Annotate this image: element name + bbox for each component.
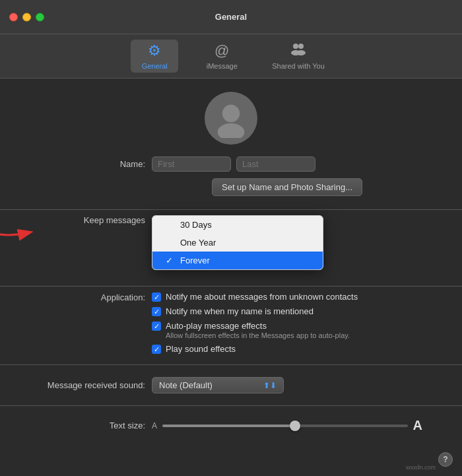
textsize-label: Text size:	[40, 421, 145, 430]
checkbox-unknown-row: ✓ Notify me about messages from unknown …	[152, 292, 422, 302]
checkbox-autoplay-label: Auto-play message effects	[166, 321, 267, 331]
keep-messages-label: Keep messages	[40, 215, 145, 225]
option-1year[interactable]: One Year	[152, 234, 323, 252]
small-a-label: A	[152, 421, 157, 430]
option-30days[interactable]: 30 Days	[152, 216, 323, 234]
slider-track[interactable]	[162, 425, 408, 427]
tab-shared[interactable]: Shared with You	[265, 38, 331, 73]
tab-general-label: General	[142, 62, 168, 70]
help-button[interactable]: ?	[438, 452, 453, 467]
svg-point-1	[298, 44, 304, 49]
sound-select[interactable]: Note (Default) ⬆⬇	[152, 377, 284, 393]
divider-3	[0, 364, 462, 365]
checkbox-sound-row: ✓ Play sound effects	[152, 344, 422, 354]
sound-row: Message received sound: Note (Default) ⬆…	[40, 377, 422, 393]
maximize-button[interactable]	[36, 13, 44, 21]
tab-imessage-label: iMessage	[207, 62, 238, 70]
minimize-button[interactable]	[22, 13, 31, 21]
at-icon: @	[214, 42, 229, 59]
svg-point-4	[222, 105, 240, 122]
tab-imessage[interactable]: @ iMessage	[198, 40, 246, 73]
keep-messages-row: Keep messages 30 Days	[40, 215, 422, 270]
application-controls: ✓ Notify me about messages from unknown …	[152, 292, 422, 354]
divider-2	[0, 286, 462, 287]
titlebar: General	[0, 0, 462, 34]
checkbox-mentioned-row: ✓ Notify me when my name is mentioned	[152, 306, 422, 316]
divider-4	[0, 405, 462, 406]
checkbox-mentioned-label: Notify me when my name is mentioned	[166, 306, 314, 316]
tab-general[interactable]: ⚙ General	[131, 40, 178, 73]
option-forever[interactable]: ✓ Forever	[152, 252, 323, 269]
slider-thumb[interactable]	[290, 421, 300, 431]
svg-point-3	[296, 50, 306, 55]
application-label: Application:	[40, 292, 145, 302]
first-name-input[interactable]	[152, 156, 231, 172]
last-name-input[interactable]	[236, 156, 315, 172]
application-section: Application: ✓ Notify me about messages …	[0, 292, 462, 359]
checkbox-unknown[interactable]: ✓	[152, 292, 161, 302]
large-a-label: A	[413, 418, 422, 433]
svg-point-5	[218, 123, 245, 138]
form-area: Name:	[0, 156, 462, 178]
tab-shared-label: Shared with You	[272, 62, 325, 70]
main-content: Name: Set up Name and Photo Sharing... K…	[0, 79, 462, 453]
name-fields	[152, 156, 315, 172]
keep-messages-dropdown[interactable]: 30 Days One Year ✓ Forever	[152, 215, 323, 270]
name-label: Name:	[40, 159, 145, 169]
checkbox-sound[interactable]: ✓	[152, 345, 161, 354]
watermark: wsxdn.com	[406, 464, 436, 471]
gear-icon: ⚙	[148, 42, 161, 59]
avatar[interactable]	[205, 92, 257, 145]
avatar-container	[205, 92, 257, 145]
checkbox-autoplay-container: ✓ Auto-play message effects Allow fullsc…	[152, 321, 422, 339]
svg-point-0	[293, 44, 298, 49]
close-button[interactable]	[9, 13, 18, 21]
setup-button[interactable]: Set up Name and Photo Sharing...	[212, 178, 362, 196]
sound-section: Message received sound: Note (Default) ⬆…	[0, 370, 462, 400]
textsize-section: Text size: A A	[0, 411, 462, 440]
checkbox-autoplay[interactable]: ✓	[152, 322, 161, 331]
checkbox-mentioned[interactable]: ✓	[152, 307, 161, 316]
divider-1	[0, 209, 462, 210]
name-row: Name:	[40, 156, 422, 172]
window-title: General	[215, 12, 247, 22]
application-row: Application: ✓ Notify me about messages …	[40, 292, 422, 354]
arrow-annotation	[0, 221, 33, 247]
sound-select-value: Note (Default)	[159, 380, 263, 390]
shared-icon	[290, 41, 306, 59]
sound-label: Message received sound:	[40, 380, 145, 390]
checkbox-autoplay-row: ✓ Auto-play message effects	[152, 321, 422, 331]
traffic-lights	[9, 13, 44, 21]
toolbar: ⚙ General @ iMessage Shared with You	[0, 34, 462, 79]
chevron-updown-icon: ⬆⬇	[263, 381, 277, 390]
slider-container: A A	[152, 418, 422, 433]
checkbox-sound-label: Play sound effects	[166, 344, 236, 354]
autoplay-subtext: Allow fullscreen effects in the Messages…	[166, 331, 422, 339]
keep-messages-area: Keep messages 30 Days	[0, 215, 462, 277]
question-mark-icon: ?	[443, 455, 447, 464]
checkbox-unknown-label: Notify me about messages from unknown co…	[166, 292, 358, 302]
slider-row: Text size: A A	[40, 418, 422, 433]
